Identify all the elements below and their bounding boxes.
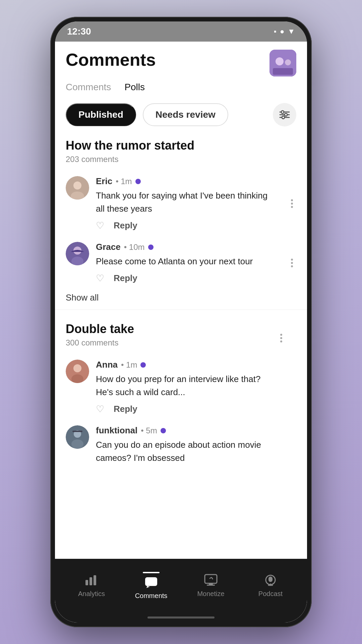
comment-body-grace: Grace • 10m Please come to Atlanta on yo… <box>96 242 276 284</box>
svg-rect-3 <box>273 68 293 75</box>
svg-rect-31 <box>207 585 215 586</box>
svg-rect-29 <box>205 575 217 583</box>
battery-icon: ▪ <box>274 27 277 36</box>
more-options-eric[interactable] <box>288 196 296 211</box>
post-title-2: Double take <box>66 322 134 336</box>
nav-item-analytics[interactable]: Analytics <box>62 574 121 598</box>
post-section-1: How the rumor started 203 comments <box>55 133 307 310</box>
comment-time-eric: • 1m <box>116 177 132 186</box>
filter-bar: Published Needs review <box>55 96 307 133</box>
comment-eric: Eric • 1m Thank you for saying what I've… <box>66 171 296 236</box>
podcast-label: Podcast <box>258 590 283 598</box>
online-dot-grace <box>148 245 154 250</box>
comment-funktional: funktional • 5m Can you do an episode ab… <box>66 420 296 475</box>
comment-body-eric: Eric • 1m Thank you for saying what I've… <box>96 176 276 231</box>
bottom-navigation: Analytics Comments <box>55 559 307 612</box>
filter-published[interactable]: Published <box>66 103 136 126</box>
channel-avatar[interactable] <box>269 50 296 76</box>
comment-body-anna: Anna • 1m How do you prep for an intervi… <box>96 360 276 415</box>
more-options-post2[interactable] <box>277 330 286 346</box>
wifi-icon: ▼ <box>288 27 295 36</box>
more-options-grace[interactable] <box>288 255 296 271</box>
comment-text-eric: Thank you for saying what I've been thin… <box>96 189 276 215</box>
reply-button-eric[interactable]: Reply <box>114 220 137 231</box>
comment-anna: Anna • 1m How do you prep for an intervi… <box>66 354 296 420</box>
filter-needs-review[interactable]: Needs review <box>143 103 228 126</box>
comment-meta-eric: Eric • 1m <box>96 176 276 186</box>
post-title-1: How the rumor started <box>66 139 296 153</box>
svg-point-21 <box>71 439 83 449</box>
svg-point-1 <box>276 57 284 65</box>
svg-rect-35 <box>268 577 273 582</box>
analytics-icon <box>85 574 98 587</box>
monetize-label: Monetize <box>197 590 224 598</box>
anna-avatar-svg <box>66 360 89 383</box>
comment-body-funktional: funktional • 5m Can you do an episode ab… <box>96 425 276 469</box>
comment-text-grace: Please come to Atlanta on your next tour <box>96 255 276 268</box>
comment-time-grace: • 10m <box>124 243 145 252</box>
status-icons: ▪ ● ▼ <box>274 27 295 36</box>
sliders-icon <box>279 109 291 121</box>
active-tab-indicator <box>143 572 160 573</box>
comment-actions-eric: ♡ Reply <box>96 220 276 231</box>
reply-button-anna[interactable]: Reply <box>114 404 137 414</box>
comment-text-funktional: Can you do an episode about action movie… <box>96 438 276 465</box>
home-bar <box>147 616 215 619</box>
tab-comments[interactable]: Comments <box>66 82 111 96</box>
online-dot-anna <box>140 362 146 368</box>
signal-icon: ● <box>280 27 284 36</box>
comment-meta-grace: Grace • 10m <box>96 242 276 252</box>
status-time: 12:30 <box>67 26 91 37</box>
comment-time-anna: • 1m <box>121 360 137 370</box>
avatar-eric <box>66 176 89 200</box>
comment-time-funktional: • 5m <box>141 426 157 435</box>
avatar-grace <box>66 242 89 265</box>
svg-rect-24 <box>89 577 92 585</box>
nav-item-comments[interactable]: Comments <box>121 572 181 600</box>
post-divider-1 <box>55 310 307 310</box>
nav-item-podcast[interactable]: Podcast <box>241 574 300 598</box>
grace-avatar-svg <box>66 242 89 265</box>
online-dot-eric <box>135 179 141 184</box>
nav-item-monetize[interactable]: Monetize <box>181 574 241 598</box>
comment-actions-anna: ♡ Reply <box>96 404 276 415</box>
svg-point-9 <box>282 116 285 119</box>
show-all-post1[interactable]: Show all <box>66 289 296 310</box>
post-count-2: 300 comments <box>66 338 134 347</box>
svg-point-2 <box>285 59 291 65</box>
svg-point-17 <box>73 364 81 372</box>
comments-list[interactable]: How the rumor started 203 comments <box>55 133 307 559</box>
content-area: Comments Comments Polls <box>55 42 307 623</box>
like-button-grace[interactable]: ♡ <box>96 273 104 284</box>
avatar-svg <box>269 50 296 76</box>
avatar-image <box>269 50 296 76</box>
svg-point-7 <box>281 111 284 113</box>
comment-grace: Grace • 10m Please come to Atlanta on yo… <box>66 236 296 289</box>
like-button-eric[interactable]: ♡ <box>96 220 104 231</box>
tab-bar: Comments Polls <box>55 76 307 96</box>
avatar-funktional <box>66 425 89 449</box>
header: Comments <box>55 42 307 76</box>
svg-rect-25 <box>94 575 96 585</box>
tab-polls[interactable]: Polls <box>124 82 145 96</box>
monetize-icon <box>204 574 218 587</box>
svg-rect-23 <box>85 580 88 585</box>
comment-meta-anna: Anna • 1m <box>96 360 276 370</box>
status-bar: 12:30 ▪ ● ▼ <box>55 21 307 42</box>
like-button-anna[interactable]: ♡ <box>96 404 104 415</box>
eric-avatar-svg <box>66 176 89 200</box>
analytics-label: Analytics <box>78 590 105 598</box>
analytics-bar-icon <box>85 574 98 586</box>
filter-settings-button[interactable] <box>273 103 296 126</box>
svg-rect-26 <box>145 577 157 586</box>
svg-line-32 <box>209 577 212 579</box>
avatar-anna <box>66 360 89 383</box>
commenter-name-grace: Grace <box>96 242 121 252</box>
podcast-icon <box>264 574 277 587</box>
reply-button-grace[interactable]: Reply <box>114 273 137 283</box>
svg-rect-22 <box>72 431 82 432</box>
post-section-2: Double take 300 comments <box>55 317 307 488</box>
page-title: Comments <box>66 50 156 70</box>
heart-icon-grace: ♡ <box>96 273 104 284</box>
commenter-name-funktional: funktional <box>96 425 137 436</box>
